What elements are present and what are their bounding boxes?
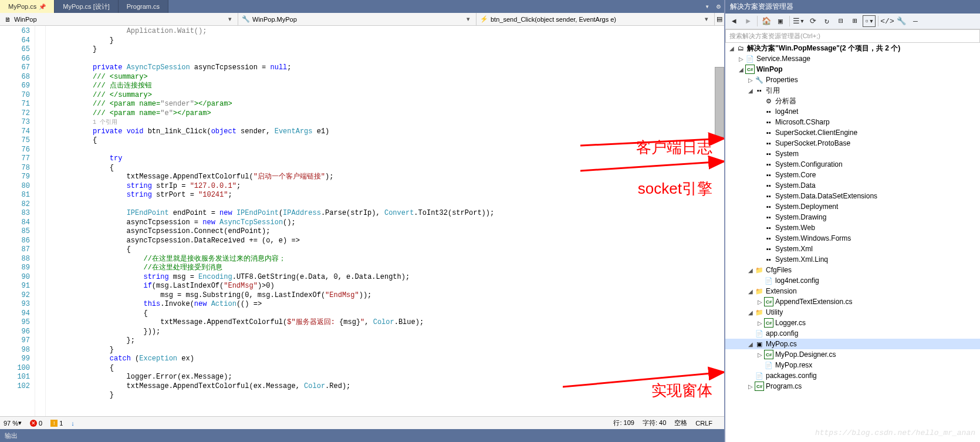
tree-node[interactable]: 📄MyPop.resx <box>725 360 980 370</box>
code-line[interactable]: string strPort = "10241"; <box>50 191 724 200</box>
code-line[interactable]: /// <summary> <box>50 73 724 82</box>
warning-count[interactable]: !1 <box>50 420 63 427</box>
code-line[interactable]: this.Invoke(new Action(() => <box>50 300 724 309</box>
output-panel-header[interactable]: 输出 <box>0 429 724 442</box>
tree-node[interactable]: ◢C#WinPop <box>725 64 980 75</box>
tree-node[interactable]: ▪▪System.Web <box>725 222 980 233</box>
tree-node[interactable]: 📄app.config <box>725 328 980 339</box>
tree-node[interactable]: ▷C#AppendTextExtension.cs <box>725 296 980 307</box>
code-line[interactable]: //在这里处理接受到消息 <box>50 264 724 273</box>
code-line[interactable]: //在这里就是接收服务发送过来的消息内容； <box>50 255 724 264</box>
filter-icon[interactable]: ☰▾ <box>792 15 805 27</box>
tab-mypop-cs[interactable]: MyPop.cs📌 <box>0 0 55 13</box>
code-line[interactable]: private void btn_link_Click(object sende… <box>50 127 724 137</box>
code-line[interactable]: txtMessage.AppendTextColorful("启动一个客户端链接… <box>50 173 724 182</box>
tree-node[interactable]: ▷C#Logger.cs <box>725 318 980 328</box>
show-all-icon[interactable]: ⊞ <box>849 15 861 27</box>
split-editor-icon[interactable]: ▤ <box>715 13 724 25</box>
code-body[interactable]: Application.Wait(); } } private AsyncTcp… <box>46 26 724 416</box>
more-icon[interactable]: — <box>909 15 922 27</box>
nav-scope-project[interactable]: 🗎WinPop▾ <box>0 13 238 25</box>
code-line[interactable]: }; <box>50 336 724 346</box>
chevron-down-icon[interactable]: ▾ <box>226 15 234 23</box>
code-line[interactable]: /// </summary> <box>50 91 724 100</box>
forward-icon[interactable]: ► <box>742 15 755 27</box>
zoom-level[interactable]: 97 % ▾ <box>4 419 22 427</box>
tree-node[interactable]: 📄packages.config <box>725 370 980 381</box>
code-line[interactable]: { <box>50 245 724 255</box>
code-line[interactable] <box>50 55 724 64</box>
expand-icon[interactable]: ▷ <box>746 383 755 390</box>
code-line[interactable] <box>50 200 724 210</box>
chevron-down-icon[interactable]: ▾ <box>18 419 22 427</box>
code-line[interactable]: IPEndPoint endPoint = new IPEndPoint(IPA… <box>50 209 724 218</box>
tab-mypop-design[interactable]: MyPop.cs [设计] <box>55 0 118 13</box>
tab-program-cs[interactable]: Program.cs <box>119 0 168 13</box>
collapse-icon[interactable]: ◢ <box>746 87 755 94</box>
line-ending[interactable]: CRLF <box>695 420 712 427</box>
tree-node[interactable]: ▷C#Program.cs <box>725 381 980 392</box>
code-line[interactable]: } <box>50 36 724 46</box>
tree-node[interactable]: ▪▪Microsoft.CSharp <box>725 117 980 127</box>
tree-node[interactable]: ▪▪System.Data.DataSetExtensions <box>725 191 980 201</box>
tree-node[interactable]: ▪▪System.Data <box>725 180 980 191</box>
code-line[interactable] <box>50 146 724 155</box>
code-line[interactable]: } <box>50 391 724 400</box>
code-line[interactable]: asyncTcpsession.Connect(endPoint); <box>50 227 724 237</box>
expand-icon[interactable]: ▷ <box>756 352 764 358</box>
code-line[interactable]: logger.Error(ex.Message); <box>50 373 724 382</box>
code-line[interactable]: private AsyncTcpSession asyncTcpsession … <box>50 63 724 73</box>
tree-node[interactable]: ▪▪System.Core <box>725 170 980 180</box>
messages-link[interactable]: ↓ <box>71 420 75 427</box>
tree-node[interactable]: ▪▪SuperSocket.ProtoBase <box>725 138 980 149</box>
home-icon[interactable]: 🏠 <box>760 15 773 27</box>
tabs-gear-icon[interactable]: ⚙ <box>713 0 724 13</box>
nav-scope-class[interactable]: 🔧WinPop.MyPop▾ <box>238 13 477 25</box>
code-line[interactable]: catch (Exception ex) <box>50 355 724 364</box>
code-line[interactable]: if(msg.LastIndexOf("EndMsg")>0) <box>50 282 724 291</box>
tree-node[interactable]: 📄log4net.config <box>725 275 980 286</box>
error-count[interactable]: ✕0 <box>30 420 42 427</box>
tree-node[interactable]: ◢📁CfgFiles <box>725 265 980 275</box>
tree-node[interactable]: ▪▪System.Xml <box>725 244 980 254</box>
code-line[interactable]: txtMessage.AppendTextColorful(ex.Message… <box>50 382 724 392</box>
tree-node[interactable]: ⚙分析器 <box>725 96 980 106</box>
tabs-dropdown-icon[interactable]: ▾ <box>702 0 713 13</box>
code-line[interactable]: { <box>50 364 724 373</box>
tree-node[interactable]: ▪▪System.Deployment <box>725 201 980 212</box>
expand-icon[interactable]: ▷ <box>746 77 755 83</box>
code-line[interactable]: /// 点击连接按钮 <box>50 82 724 91</box>
scrollbar-thumb[interactable] <box>715 67 724 137</box>
tree-node[interactable]: ▷C#MyPop.Designer.cs <box>725 349 980 360</box>
back-icon[interactable]: ◄ <box>728 15 741 27</box>
code-line[interactable]: try <box>50 154 724 164</box>
tree-node[interactable]: ▷📄Service.Message <box>725 53 980 64</box>
sync-icon[interactable]: ⟳ <box>806 15 819 27</box>
collapse-icon[interactable]: ◢ <box>746 309 755 316</box>
fold-column[interactable] <box>35 26 46 416</box>
code-line[interactable]: /// <param name="sender"></param> <box>50 100 724 109</box>
code-line[interactable]: string msg = Encoding.UTF8.GetString(e.D… <box>50 273 724 282</box>
code-line[interactable]: string strIp = "127.0.0.1"; <box>50 182 724 191</box>
properties-icon[interactable]: </> <box>881 15 894 27</box>
refresh-icon[interactable]: ↻ <box>820 15 833 27</box>
tree-node[interactable]: ▪▪System.Drawing <box>725 212 980 222</box>
code-line[interactable]: 1 个引用 <box>50 118 724 127</box>
code-line[interactable]: { <box>50 136 724 146</box>
tree-node[interactable]: ◢📁Utility <box>725 307 980 318</box>
tree-node[interactable]: ▪▪System.Xml.Linq <box>725 254 980 265</box>
code-line[interactable]: })); <box>50 328 724 337</box>
solution-tree[interactable]: ◢🗂解决方案"Win.PopMessage"(2 个项目，共 2 个) ▷📄Se… <box>725 43 980 442</box>
code-line[interactable]: /// <param name="e"></param> <box>50 109 724 119</box>
wrench-icon[interactable]: 🔧 <box>895 15 908 27</box>
code-line[interactable]: } <box>50 45 724 55</box>
code-line[interactable]: msg = msg.Substring(0, msg.LastIndexOf("… <box>50 291 724 301</box>
collapse-icon[interactable]: ◢ <box>746 288 755 295</box>
solution-node[interactable]: ◢🗂解决方案"Win.PopMessage"(2 个项目，共 2 个) <box>725 43 980 53</box>
tree-node[interactable]: ▪▪SuperSocket.ClientEngine <box>725 127 980 138</box>
expand-icon[interactable]: ▷ <box>756 299 764 305</box>
code-line[interactable]: asyncTcpsession = new AsyncTcpSession(); <box>50 218 724 228</box>
collapse-icon[interactable]: ◢ <box>746 341 755 347</box>
code-line[interactable]: Application.Wait(); <box>50 27 724 36</box>
code-editor[interactable]: 6364656667686970717273747576777879808182… <box>0 26 724 416</box>
